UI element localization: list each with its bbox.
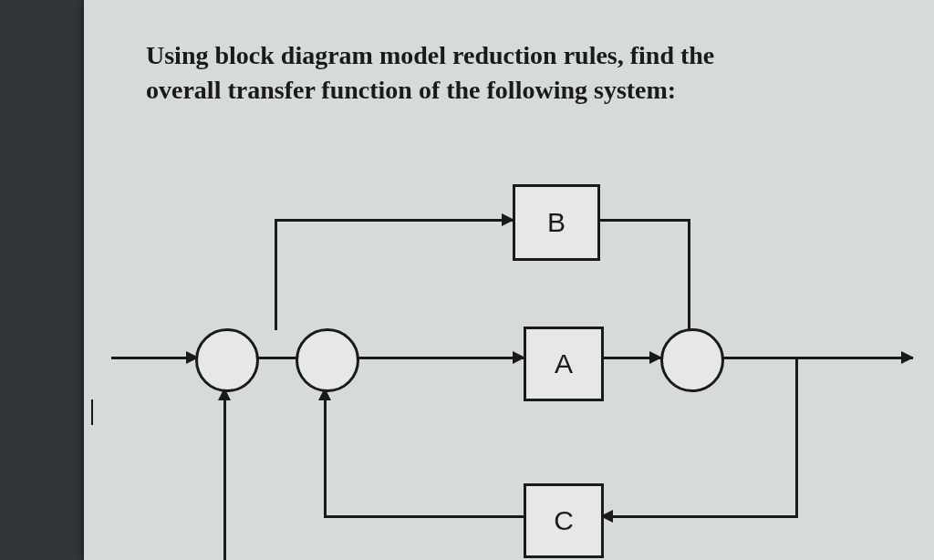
document-page: Using block diagram model reduction rule… [84, 0, 934, 560]
block-C-label: C [554, 505, 574, 536]
block-A-label: A [555, 348, 573, 379]
wire-output [721, 357, 913, 359]
summing-junction-3 [660, 328, 724, 392]
wire-C-down [795, 357, 798, 517]
summing-junction-2 [296, 328, 359, 392]
block-A: A [524, 327, 604, 401]
wire-C-left2 [324, 515, 525, 518]
viewer-gutter [0, 0, 84, 560]
wire-C-up [324, 399, 327, 518]
block-B: B [513, 184, 600, 261]
block-diagram: B A C [84, 0, 934, 560]
wire-B-down [688, 219, 690, 330]
wire-C-left1 [610, 515, 798, 518]
wire-input [111, 357, 195, 359]
wire-fb-up [223, 399, 226, 560]
wire-sum2-A [357, 357, 524, 359]
wire-B-up [275, 219, 277, 330]
summing-junction-1 [195, 328, 259, 392]
block-C: C [524, 483, 604, 558]
block-B-label: B [547, 207, 566, 238]
wire-B-right [595, 219, 690, 222]
wire-B-top [275, 219, 514, 222]
arrow-output [901, 351, 914, 364]
wire-sum1-sum2 [256, 357, 296, 359]
